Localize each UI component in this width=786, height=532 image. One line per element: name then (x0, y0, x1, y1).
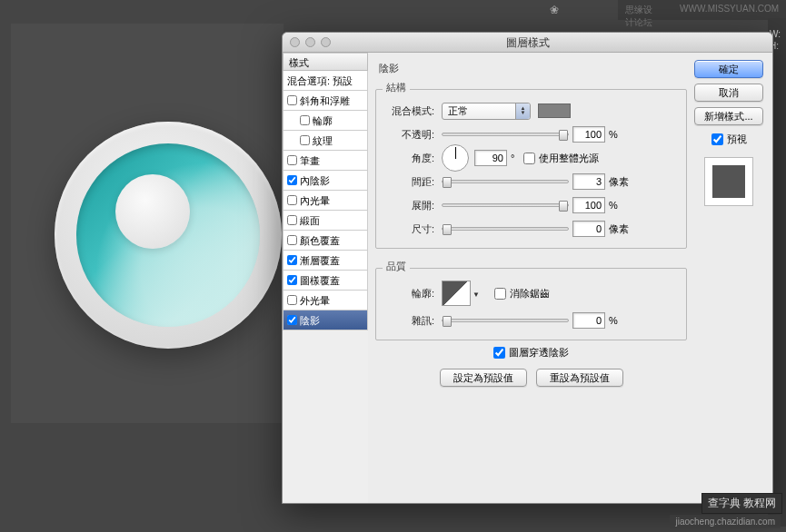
slider-thumb[interactable] (443, 177, 452, 188)
angle-label: 角度: (383, 152, 442, 165)
window-traffic-lights (290, 37, 331, 47)
noise-input[interactable] (572, 312, 605, 329)
preview-swatch-box (704, 157, 753, 206)
distance-slider[interactable] (442, 180, 569, 183)
sidebar-item-8[interactable]: 顏色覆蓋 (283, 231, 368, 251)
quality-label: 品質 (383, 260, 410, 273)
sidebar-item-label: 圖樣覆蓋 (300, 271, 340, 291)
opacity-label: 不透明: (383, 128, 442, 142)
angle-dial[interactable] (442, 144, 469, 172)
sidebar-item-label: 內陰影 (300, 171, 330, 191)
noise-label: 雜訊: (383, 314, 442, 328)
app-icon: ❀ (550, 4, 562, 16)
minimize-icon[interactable] (305, 37, 315, 47)
size-input[interactable] (572, 221, 605, 237)
preview-label: 預視 (727, 133, 747, 146)
sidebar-item-7[interactable]: 緞面 (283, 211, 368, 231)
artboard (11, 24, 284, 423)
sidebar-item-9[interactable]: 漸層覆蓋 (283, 251, 368, 271)
sidebar-item-label: 緞面 (300, 211, 320, 231)
styles-sidebar: 樣式 混合選項: 預設斜角和浮雕輪廓紋理筆畫內陰影內光暈緞面顏色覆蓋漸層覆蓋圖樣… (283, 53, 368, 503)
sidebar-item-0[interactable]: 混合選項: 預設 (283, 71, 368, 91)
angle-unit: ° (511, 153, 514, 163)
contour-label: 輪廓: (383, 287, 442, 300)
style-checkbox[interactable] (287, 215, 297, 225)
style-checkbox[interactable] (287, 295, 297, 305)
sidebar-item-label: 輪廓 (313, 111, 333, 131)
sidebar-item-11[interactable]: 外光暈 (283, 291, 368, 310)
ok-button[interactable]: 確定 (694, 60, 763, 78)
blend-mode-select[interactable]: 正常 ▲▼ (442, 103, 531, 120)
slider-thumb[interactable] (559, 130, 568, 141)
angle-input[interactable] (474, 150, 507, 166)
zoom-icon[interactable] (321, 37, 331, 47)
sidebar-header[interactable]: 樣式 (283, 53, 368, 71)
noise-slider[interactable] (442, 319, 569, 322)
contour-picker[interactable]: ▼ (442, 281, 471, 306)
cancel-button[interactable]: 取消 (694, 84, 763, 102)
sidebar-item-6[interactable]: 內光暈 (283, 191, 368, 211)
style-checkbox[interactable] (287, 95, 297, 105)
distance-unit: 像素 (609, 175, 629, 189)
preview-checkbox[interactable] (711, 133, 723, 145)
panel-title: 陰影 (375, 60, 687, 75)
reset-default-button[interactable]: 重設為預設值 (536, 369, 623, 387)
style-checkbox[interactable] (287, 255, 297, 265)
style-checkbox[interactable] (287, 315, 297, 325)
style-checkbox[interactable] (287, 155, 297, 165)
sidebar-item-4[interactable]: 筆畫 (283, 151, 368, 171)
knockout-checkbox[interactable] (493, 347, 505, 359)
style-checkbox[interactable] (300, 135, 310, 145)
antialias-checkbox[interactable] (494, 288, 506, 300)
preview-swatch (712, 165, 745, 198)
noise-unit: % (609, 315, 618, 326)
angle-indicator (455, 147, 456, 159)
new-style-button[interactable]: 新增樣式... (694, 107, 763, 125)
sidebar-item-3[interactable]: 紋理 (283, 131, 368, 151)
spread-input[interactable] (572, 197, 605, 213)
spread-label: 展開: (383, 199, 442, 212)
slider-thumb[interactable] (559, 201, 568, 212)
spread-unit: % (609, 200, 618, 211)
chevron-down-icon[interactable]: ▼ (473, 291, 482, 300)
global-light-checkbox[interactable] (523, 153, 535, 164)
slider-thumb[interactable] (443, 316, 452, 327)
opacity-input[interactable] (572, 126, 605, 143)
sidebar-item-5[interactable]: 內陰影 (283, 171, 368, 191)
sidebar-item-label: 漸層覆蓋 (300, 251, 340, 271)
sidebar-item-label: 混合選項: 預設 (287, 71, 353, 91)
antialias-label: 消除鋸齒 (510, 287, 550, 300)
sidebar-item-label: 斜角和浮雕 (300, 91, 350, 111)
preview-circle-inner (115, 174, 190, 249)
sidebar-item-label: 內光暈 (300, 191, 330, 211)
knockout-label: 圖層穿透陰影 (509, 346, 569, 360)
watermark-forum: 思缘设计论坛 (625, 4, 652, 16)
sidebar-item-2[interactable]: 輪廓 (283, 111, 368, 131)
shadow-color-swatch[interactable] (538, 103, 571, 118)
dialog-titlebar[interactable]: 圖層樣式 (283, 33, 772, 53)
style-checkbox[interactable] (287, 235, 297, 245)
style-checkbox[interactable] (287, 275, 297, 285)
global-light-label: 使用整體光源 (539, 152, 599, 165)
spread-slider[interactable] (442, 203, 569, 207)
size-unit: 像素 (609, 222, 629, 236)
layer-style-dialog: 圖層樣式 樣式 混合選項: 預設斜角和浮雕輪廓紋理筆畫內陰影內光暈緞面顏色覆蓋漸… (282, 32, 773, 504)
size-slider[interactable] (442, 227, 569, 231)
sidebar-item-1[interactable]: 斜角和浮雕 (283, 91, 368, 111)
opacity-slider[interactable] (442, 133, 569, 136)
style-checkbox[interactable] (287, 175, 297, 185)
sidebar-item-12[interactable]: 陰影 (283, 310, 368, 330)
watermark-site: jiaocheng.chazidian.com (670, 515, 781, 528)
slider-thumb[interactable] (443, 224, 452, 235)
distance-input[interactable] (572, 173, 605, 190)
close-icon[interactable] (290, 37, 300, 47)
sidebar-item-10[interactable]: 圖樣覆蓋 (283, 271, 368, 291)
sidebar-item-label: 筆畫 (300, 151, 320, 171)
make-default-button[interactable]: 設定為預設值 (440, 369, 527, 387)
watermark-brand: 查字典 教程网 (701, 493, 782, 514)
sidebar-item-label: 紋理 (313, 131, 333, 151)
style-checkbox[interactable] (287, 195, 297, 205)
opacity-unit: % (609, 129, 618, 140)
sidebar-item-label: 顏色覆蓋 (300, 231, 340, 251)
style-checkbox[interactable] (300, 115, 310, 125)
